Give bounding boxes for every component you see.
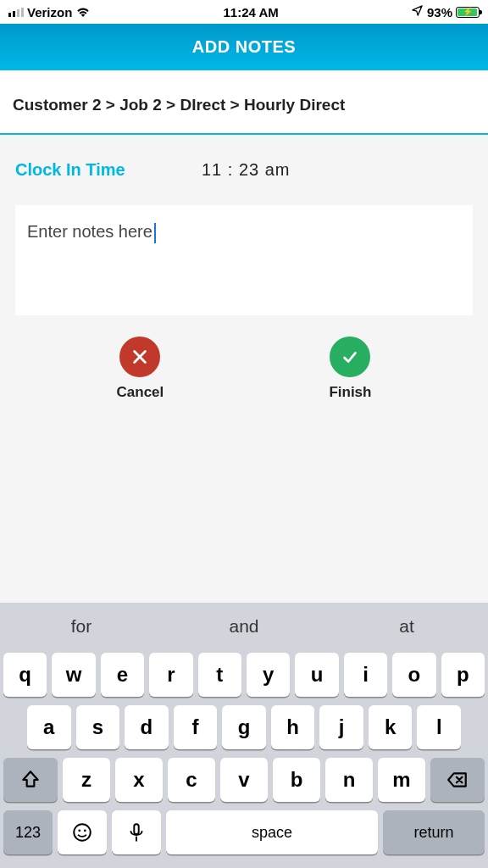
cancel-button[interactable]: Cancel [117, 337, 164, 401]
key-o[interactable]: o [392, 653, 435, 697]
carrier-label: Verizon [27, 5, 72, 19]
finish-label: Finish [329, 384, 371, 401]
key-k[interactable]: k [369, 705, 413, 749]
backspace-key[interactable] [430, 758, 485, 802]
svg-point-0 [74, 824, 91, 841]
close-icon [119, 337, 160, 377]
key-q[interactable]: q [3, 653, 47, 697]
page-title: ADD NOTES [192, 37, 296, 57]
battery-percentage: 93% [427, 5, 452, 19]
return-key[interactable]: return [383, 810, 485, 854]
key-e[interactable]: e [101, 653, 144, 697]
dictation-key[interactable] [112, 810, 161, 854]
key-w[interactable]: w [52, 653, 95, 697]
key-f[interactable]: f [174, 705, 218, 749]
key-v[interactable]: v [220, 758, 268, 802]
key-m[interactable]: m [378, 758, 425, 802]
svg-point-1 [78, 829, 80, 832]
suggestion[interactable]: at [325, 616, 488, 637]
on-screen-keyboard: for and at qwertyuiop asdfghjkl zxcvbnm … [0, 603, 488, 868]
key-u[interactable]: u [295, 653, 338, 697]
numbers-key[interactable]: 123 [3, 810, 53, 854]
notes-input[interactable]: Enter notes here [15, 205, 473, 315]
finish-button[interactable]: Finish [329, 337, 371, 401]
shift-key[interactable] [3, 758, 58, 802]
key-n[interactable]: n [325, 758, 373, 802]
space-key[interactable]: space [166, 810, 378, 854]
key-s[interactable]: s [76, 705, 120, 749]
key-j[interactable]: j [319, 705, 363, 749]
page-header: ADD NOTES [0, 24, 488, 70]
breadcrumb: Customer 2 > Job 2 > DIrect > Hourly Dir… [0, 70, 488, 135]
location-icon [411, 4, 424, 19]
notes-placeholder: Enter notes here [27, 222, 152, 241]
status-time: 11:24 AM [224, 5, 279, 19]
key-a[interactable]: a [27, 705, 71, 749]
status-bar: Verizon 11:24 AM 93% ⚡ [0, 0, 488, 24]
key-x[interactable]: x [115, 758, 163, 802]
svg-rect-3 [134, 824, 138, 834]
key-p[interactable]: p [441, 653, 485, 697]
keyboard-suggestions: for and at [0, 603, 488, 649]
clock-in-label: Clock In Time [15, 160, 202, 180]
emoji-key[interactable] [58, 810, 107, 854]
key-t[interactable]: t [198, 653, 241, 697]
key-g[interactable]: g [222, 705, 266, 749]
cellular-signal-icon [8, 8, 24, 17]
svg-point-2 [84, 829, 86, 832]
key-l[interactable]: l [417, 705, 461, 749]
key-h[interactable]: h [271, 705, 315, 749]
wifi-icon [75, 6, 91, 18]
cancel-label: Cancel [117, 384, 164, 401]
battery-icon: ⚡ [456, 7, 480, 18]
key-i[interactable]: i [344, 653, 387, 697]
suggestion[interactable]: for [0, 616, 163, 637]
key-d[interactable]: d [125, 705, 169, 749]
text-cursor [154, 223, 156, 243]
key-y[interactable]: y [247, 653, 290, 697]
clock-in-value: 11 : 23 am [202, 160, 291, 180]
key-z[interactable]: z [63, 758, 110, 802]
clock-in-row: Clock In Time 11 : 23 am [0, 160, 488, 180]
key-c[interactable]: c [168, 758, 215, 802]
suggestion[interactable]: and [163, 616, 325, 637]
key-r[interactable]: r [149, 653, 192, 697]
check-icon [330, 337, 370, 377]
key-b[interactable]: b [273, 758, 320, 802]
